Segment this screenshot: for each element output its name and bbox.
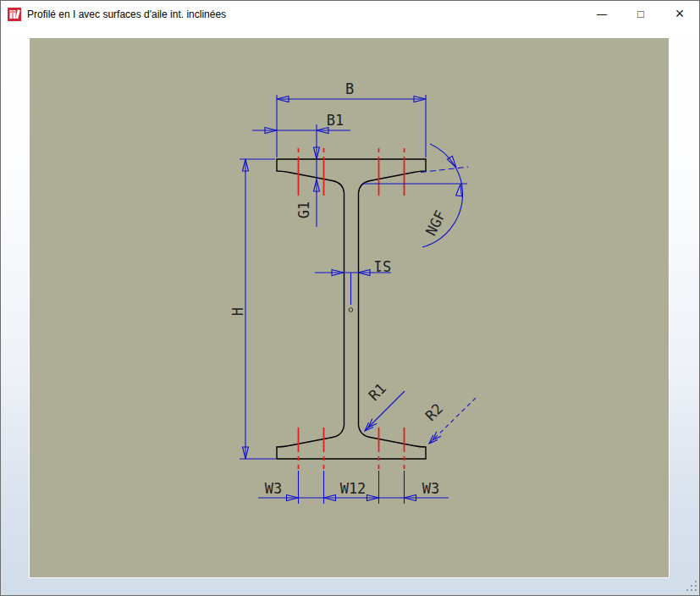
- resize-grip-icon[interactable]: [685, 580, 697, 593]
- minimize-button[interactable]: —: [582, 1, 621, 27]
- close-icon: ×: [675, 5, 685, 23]
- minimize-icon: —: [597, 8, 607, 20]
- window-title: Profilé en I avec surfaces d'aile int. i…: [27, 8, 226, 20]
- close-button[interactable]: ×: [660, 1, 699, 27]
- maximize-icon: □: [637, 8, 644, 20]
- label-w12: W12: [340, 480, 367, 497]
- label-b: B: [345, 80, 354, 97]
- profile-drawing: B B1 G1 H S1 NGF R1 R2 W3 W12 W3: [30, 38, 669, 577]
- drawing-canvas: B B1 G1 H S1 NGF R1 R2 W3 W12 W3: [30, 38, 669, 577]
- label-g1: G1: [295, 201, 312, 218]
- window-controls: — □ ×: [582, 1, 699, 27]
- label-s1: S1: [374, 257, 391, 274]
- label-b1: B1: [327, 112, 344, 129]
- label-w3-left: W3: [265, 480, 282, 497]
- label-h: H: [229, 307, 246, 316]
- dialog-window: Profilé en I avec surfaces d'aile int. i…: [0, 0, 700, 596]
- title-bar[interactable]: Profilé en I avec surfaces d'aile int. i…: [1, 1, 699, 27]
- maximize-button[interactable]: □: [621, 1, 660, 27]
- label-w3-right: W3: [422, 480, 439, 497]
- app-icon: [8, 8, 21, 21]
